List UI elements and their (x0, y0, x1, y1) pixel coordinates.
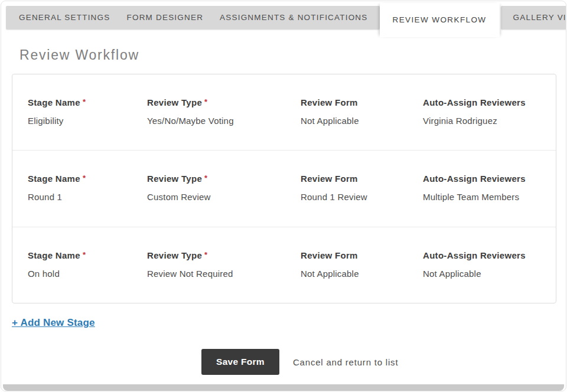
review-type-field: Review Type* Yes/No/Maybe Voting (147, 97, 301, 150)
stage-row-3: Stage Name* On hold Review Type* Review … (12, 227, 556, 303)
review-form-field: Review Form Not Applicable (301, 97, 423, 150)
review-type-value: Custom Review (147, 192, 301, 202)
app-window: GENERAL SETTINGS FORM DESIGNER ASSIGNMEN… (1, 1, 566, 391)
stage-name-label: Stage Name (28, 250, 80, 260)
stage-name-field: Stage Name* Eligibility (28, 97, 147, 150)
review-form-value: Not Applicable (301, 116, 423, 126)
review-form-field: Review Form Not Applicable (301, 250, 423, 303)
tab-gallery-view[interactable]: GALLERY VIEW (501, 6, 566, 30)
required-marker: * (83, 250, 86, 259)
bottom-edge-strip (3, 384, 564, 391)
auto-assign-field: Auto-Assign Reviewers Virginia Rodriguez (423, 97, 550, 150)
tab-bar: GENERAL SETTINGS FORM DESIGNER ASSIGNMEN… (6, 6, 561, 39)
auto-assign-label: Auto-Assign Reviewers (423, 250, 550, 260)
auto-assign-field: Auto-Assign Reviewers Not Applicable (423, 250, 550, 303)
tab-review-workflow[interactable]: REVIEW WORKFLOW (380, 3, 500, 37)
stage-name-field: Stage Name* Round 1 (28, 174, 147, 226)
review-type-field: Review Type* Custom Review (147, 174, 301, 226)
stage-name-label: Stage Name (28, 174, 80, 184)
auto-assign-label: Auto-Assign Reviewers (423, 174, 550, 184)
auto-assign-value: Virginia Rodriguez (423, 116, 550, 126)
tab-assignments-notifications[interactable]: ASSIGNMENTS & NOTIFICATIONS (211, 6, 376, 30)
auto-assign-value: Not Applicable (423, 269, 550, 279)
required-marker: * (83, 97, 86, 106)
review-form-label: Review Form (301, 250, 423, 260)
stage-row-1: Stage Name* Eligibility Review Type* Yes… (12, 74, 556, 150)
review-form-label: Review Form (301, 174, 423, 184)
tab-general-settings[interactable]: GENERAL SETTINGS (11, 6, 118, 30)
review-form-value: Not Applicable (301, 269, 423, 279)
review-form-field: Review Form Round 1 Review (301, 174, 423, 226)
stage-name-field: Stage Name* On hold (28, 250, 147, 303)
stage-name-label: Stage Name (28, 97, 80, 107)
save-form-button[interactable]: Save Form (201, 349, 279, 375)
page-title: Review Workflow (19, 47, 139, 63)
stage-name-value: Round 1 (28, 192, 147, 202)
auto-assign-field: Auto-Assign Reviewers Multiple Team Memb… (423, 174, 550, 226)
form-actions: Save Form Cancel and return to list (201, 349, 398, 375)
stages-panel: Stage Name* Eligibility Review Type* Yes… (12, 74, 556, 303)
stage-row-2: Stage Name* Round 1 Review Type* Custom … (12, 150, 556, 226)
add-new-stage-link[interactable]: + Add New Stage (12, 317, 95, 329)
review-form-label: Review Form (301, 97, 423, 107)
review-type-value: Review Not Required (147, 269, 301, 279)
review-type-label: Review Type (147, 250, 202, 260)
auto-assign-value: Multiple Team Members (423, 192, 550, 202)
review-type-field: Review Type* Review Not Required (147, 250, 301, 303)
required-marker: * (204, 174, 207, 182)
required-marker: * (204, 97, 207, 106)
required-marker: * (204, 250, 207, 259)
tab-form-designer[interactable]: FORM DESIGNER (118, 6, 211, 30)
review-type-label: Review Type (147, 97, 202, 107)
review-type-value: Yes/No/Maybe Voting (147, 116, 301, 126)
tab-group: GENERAL SETTINGS FORM DESIGNER ASSIGNMEN… (6, 6, 380, 30)
review-form-value: Round 1 Review (301, 192, 423, 202)
required-marker: * (83, 174, 86, 182)
auto-assign-label: Auto-Assign Reviewers (423, 97, 550, 107)
cancel-return-link[interactable]: Cancel and return to list (293, 357, 398, 367)
review-type-label: Review Type (147, 174, 202, 184)
stage-name-value: Eligibility (28, 116, 147, 126)
stage-name-value: On hold (28, 269, 147, 279)
